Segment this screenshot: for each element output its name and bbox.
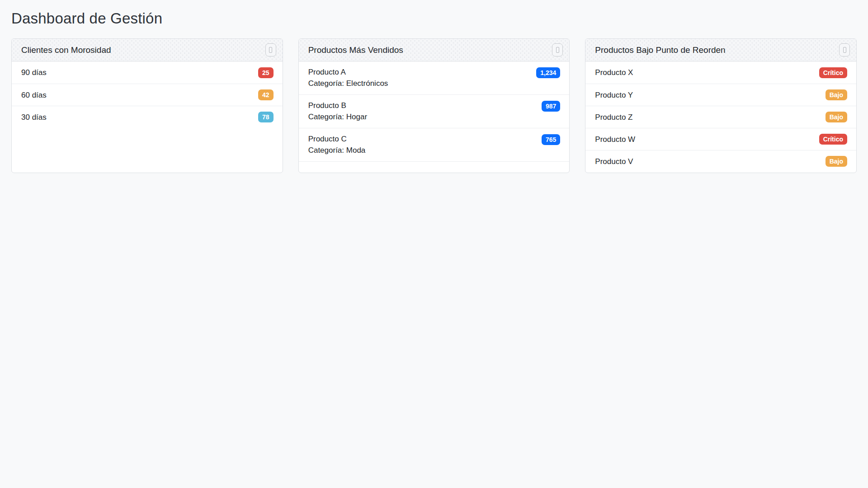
count-badge: 1,234 [536,67,560,78]
list-item-60-dias: 60 días42 [12,84,283,106]
item-label: 90 días [21,67,47,78]
list-item-producto-y: Producto YBajo [585,84,856,106]
list-item-producto-b: Producto BCategoría: Hogar987 [299,95,570,128]
count-badge: 987 [542,101,560,112]
item-sublabel: Categoría: Electrónicos [308,78,388,89]
list-item-producto-v: Producto VBajo [585,150,856,172]
status-badge: Crítico [819,134,847,145]
dashboard-page: Dashboard de Gestión Clientes con Morosi… [0,0,868,173]
item-text: 30 días [21,112,47,123]
card-list: Producto ACategoría: Electrónicos1,234Pr… [299,61,570,173]
list-item-90-dias: 90 días25 [12,61,283,84]
item-text: Producto Z [595,112,632,123]
card-list: 90 días2560 días4230 días78 [12,61,283,173]
drag-handle-button[interactable] [552,43,563,56]
item-label: Producto A [308,66,388,78]
drag-handle-icon [556,47,559,53]
item-text: Producto ACategoría: Electrónicos [308,66,388,89]
status-badge: Bajo [826,156,847,167]
list-item-producto-w: Producto WCrítico [585,128,856,150]
item-text: Producto X [595,67,633,78]
drag-handle-icon [843,47,846,53]
list-item-30-dias: 30 días78 [12,106,283,128]
card-title: Productos Más Vendidos [308,45,403,55]
item-label: Producto Z [595,112,632,123]
item-text: Producto CCategoría: Moda [308,133,366,156]
card-drag-header[interactable]: Productos Más Vendidos [299,39,570,61]
item-sublabel: Categoría: Moda [308,145,366,156]
item-label: Producto W [595,134,635,145]
item-label: 30 días [21,112,47,123]
drag-handle-button[interactable] [265,43,276,56]
item-text: Producto BCategoría: Hogar [308,100,367,122]
item-label: Producto X [595,67,633,78]
drag-handle-button[interactable] [839,43,850,56]
card-drag-header[interactable]: Clientes con Morosidad [12,39,283,61]
item-label: Producto C [308,133,366,145]
count-badge: 42 [258,89,274,100]
list-item-producto-a: Producto ACategoría: Electrónicos1,234 [299,61,570,95]
card-list: Producto XCríticoProducto YBajoProducto … [585,61,856,173]
item-text: 60 días [21,89,47,101]
item-label: Producto Y [595,89,633,101]
cards-grid: Clientes con Morosidad 90 días2560 días4… [11,38,857,173]
list-item-producto-x: Producto XCrítico [585,61,856,84]
status-badge: Bajo [826,112,847,122]
item-label: 60 días [21,89,47,101]
list-item-producto-c: Producto CCategoría: Moda765 [299,128,570,162]
status-badge: Crítico [819,67,847,78]
status-badge: Bajo [826,89,847,100]
card-title: Productos Bajo Punto de Reorden [595,45,725,55]
count-badge: 78 [258,112,274,122]
item-text: 90 días [21,67,47,78]
drag-handle-icon [269,47,272,53]
page-title: Dashboard de Gestión [11,10,857,27]
card-drag-header[interactable]: Productos Bajo Punto de Reorden [585,39,856,61]
card-clientes-con-morosidad: Clientes con Morosidad 90 días2560 días4… [11,38,283,173]
count-badge: 25 [258,67,274,78]
count-badge: 765 [542,134,560,145]
card-productos-mas-vendidos: Productos Más Vendidos Producto ACategor… [298,38,570,173]
item-text: Producto Y [595,89,633,101]
card-title: Clientes con Morosidad [21,45,111,55]
item-label: Producto V [595,156,633,167]
item-text: Producto W [595,134,635,145]
item-sublabel: Categoría: Hogar [308,111,367,122]
item-label: Producto B [308,100,367,111]
item-text: Producto V [595,156,633,167]
list-item-producto-z: Producto ZBajo [585,106,856,128]
card-productos-bajo-punto-de-reorden: Productos Bajo Punto de Reorden Producto… [585,38,857,173]
